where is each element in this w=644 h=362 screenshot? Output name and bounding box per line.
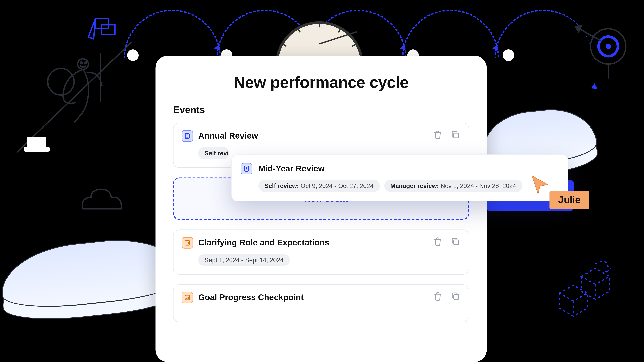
self-review-chip-label: Self revi [204, 150, 228, 157]
meeting-icon: 1:1 [182, 292, 193, 303]
svg-rect-19 [454, 133, 459, 138]
svg-rect-22 [454, 240, 459, 245]
svg-point-3 [85, 62, 86, 63]
svg-rect-25 [454, 295, 459, 300]
svg-text:1:1: 1:1 [185, 296, 189, 299]
svg-point-12 [606, 44, 611, 49]
target-illustration [575, 22, 628, 79]
meeting-icon: 1:1 [182, 237, 193, 249]
timeline-node [503, 49, 514, 61]
svg-rect-8 [28, 137, 46, 148]
event-title: Goal Progress Checkpoint [198, 293, 304, 302]
performance-cycle-modal: New performance cycle Events Annual Revi… [155, 56, 486, 362]
event-title: Annual Review [198, 131, 258, 141]
events-list: Annual Review Self revi [173, 123, 469, 322]
events-section-label: Events [173, 104, 469, 116]
event-title: Mid-Year Review [258, 164, 324, 173]
event-card-clarifying-role[interactable]: 1:1 Clarifying Role and Expectations [173, 230, 469, 275]
svg-rect-9 [24, 147, 49, 151]
duplicate-button[interactable] [450, 291, 461, 302]
date-range-chip: Sept 1, 2024 - Sept 14, 2024 [198, 254, 290, 266]
laptop-illustration [24, 137, 51, 155]
review-icon [182, 130, 193, 142]
delete-button[interactable] [432, 129, 443, 140]
dragged-event-card[interactable]: Mid-Year Review Self review: Oct 9, 2024… [232, 154, 568, 201]
duplicate-button[interactable] [450, 129, 461, 140]
svg-point-5 [48, 68, 74, 95]
duplicate-button[interactable] [450, 236, 461, 247]
svg-line-0 [17, 42, 132, 152]
svg-point-2 [80, 62, 82, 63]
timeline-arc [124, 10, 221, 58]
arrow-icon [591, 83, 599, 91]
collaborator-cursor-icon [529, 174, 551, 196]
event-title: Clarifying Role and Expectations [198, 238, 329, 248]
collaborator-name-tag: Julie [550, 191, 589, 209]
event-card-goal-progress[interactable]: 1:1 Goal Progress Checkpoint [173, 284, 469, 322]
manager-review-chip: Manager review: Nov 1, 2024 - Nov 28, 20… [384, 180, 522, 192]
review-icon [241, 163, 252, 174]
cloud-illustration [79, 188, 132, 214]
boxes-illustration [550, 253, 617, 320]
delete-button[interactable] [432, 236, 443, 247]
modal-title: New performance cycle [173, 73, 469, 92]
self-review-chip: Self review: Oct 9, 2024 - Oct 27, 2024 [258, 180, 380, 192]
delete-button[interactable] [432, 291, 443, 302]
svg-text:1:1: 1:1 [185, 242, 189, 245]
flag-icon [86, 16, 118, 49]
